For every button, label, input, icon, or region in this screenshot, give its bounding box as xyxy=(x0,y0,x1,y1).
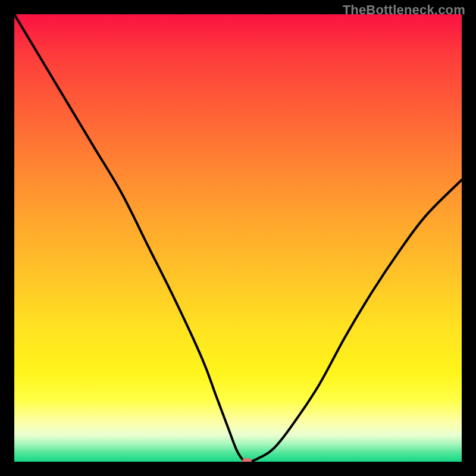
curve-path xyxy=(14,14,462,462)
minimum-marker xyxy=(242,458,252,462)
watermark-text: TheBottleneck.com xyxy=(343,2,465,18)
bottleneck-curve xyxy=(14,14,462,462)
chart-frame: TheBottleneck.com xyxy=(0,0,476,476)
plot-area xyxy=(14,14,462,462)
